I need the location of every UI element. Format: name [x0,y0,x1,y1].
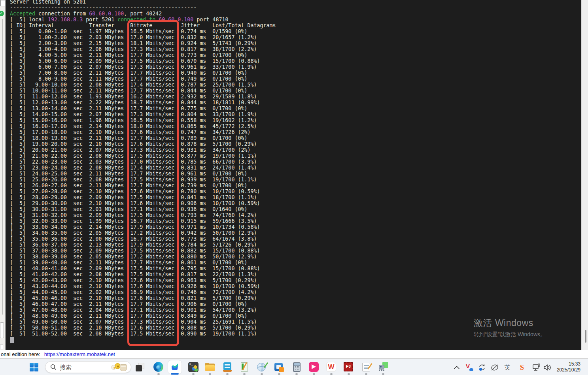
calculator-button[interactable] [291,362,302,372]
terminal-row: [ 5] 29.00-30.00 sec 2.10 MBytes 17.6 Mb… [10,200,276,206]
media-player-button[interactable] [309,362,319,372]
calculator-icon [294,366,300,371]
assistant-robot-button[interactable] [378,362,388,372]
clock-date: 2025/10/29 [552,367,580,373]
terminal-row: [ 5] 42.00-43.00 sec 2.10 MBytes 17.6 Mb… [10,277,276,283]
document-editor-button[interactable] [239,362,250,372]
terminal-row: [ 5] 47.00-48.00 sec 2.04 MBytes 17.1 Mb… [10,307,276,313]
terminal-row: [ 5] 1.00-2.00 sec 2.03 MBytes 17.0 Mbit… [10,34,276,40]
running-indicator [295,373,298,375]
notepad-blue-icon [223,370,232,372]
tray-ime-language-button[interactable]: 英 [503,363,512,372]
tray-network-button[interactable] [532,363,541,372]
running-indicator [278,373,280,375]
folder-icon [205,365,215,371]
terminal-row: [ 5] 10.00-11.00 sec 2.11 MBytes 17.7 Mb… [10,88,276,94]
globe-tool-button[interactable] [257,362,267,372]
mobaxterm-button[interactable]: >_ [188,362,199,372]
sogou-icon: S [520,364,524,372]
terminal-row: [ 5] 51.00-52.00 sec 2.08 MBytes 17.5 Mb… [10,331,276,337]
terminal-row: [ 5] 35.00-36.00 sec 2.00 MBytes 16.7 Mb… [10,236,276,242]
terminal-row: [ 5] 14.00-15.00 sec 2.07 MBytes 17.3 Mb… [10,111,276,117]
notepad-blue-icon [223,362,231,370]
mobaxterm-icon: >_ [189,362,193,366]
taskbar-clock[interactable]: 15:33 2025/10/29 [552,361,580,373]
terminal-row: [ 5] 17.00-18.00 sec 2.10 MBytes 17.6 Mb… [10,129,276,135]
explorer-running-indicator [209,373,211,375]
terminal-row: [ 5] 24.00-25.00 sec 2.11 MBytes 17.7 Mb… [10,171,276,177]
terminal-row: [ 5] 49.00-50.00 sec 2.07 MBytes 17.3 Mb… [10,319,276,325]
terminal-row: [ 5] 23.00-24.00 sec 2.08 MBytes 17.4 Mb… [10,165,276,171]
running-indicator [382,373,384,375]
terminal-row: [ 5] 4.00-5.00 sec 2.11 MBytes 17.7 Mbit… [10,52,276,58]
terminal-row: [ 5] 3.00-4.00 sec 2.06 MBytes 17.3 Mbit… [10,46,276,52]
terminal-row: [ 5] 25.00-26.00 sec 2.08 MBytes 17.5 Mb… [10,177,276,183]
terminal-row: [ 5] 36.00-37.00 sec 2.13 MBytes 17.9 Mb… [10,242,276,248]
terminal-line-listening: Server listening on 5201 [10,0,276,5]
task-view-icon [136,365,142,371]
terminal-row: [ 5] 18.00-19.00 sec 2.11 MBytes 17.7 Mb… [10,135,276,141]
edge-icon [153,362,163,372]
terminal-row: [ 5] 11.00-12.00 sec 1.93 MBytes 16.2 Mb… [10,94,276,100]
terminal-row: [ 5] 16.00-17.00 sec 2.14 MBytes 18.0 Mb… [10,123,276,129]
terminal-row: [ 5] 22.00-23.00 sec 2.03 MBytes 17.0 Mb… [10,159,276,165]
mobaxterm-link[interactable]: https://mobaxterm.mobatek.net [44,351,115,357]
tray-cloud-app-button[interactable] [465,363,474,372]
notepad-button[interactable] [361,362,371,372]
terminal-scrollbar[interactable] [581,0,588,350]
search-highlight-image[interactable] [111,362,128,373]
clock-time: 15:33 [552,361,580,367]
robot-icon [379,369,384,371]
start-button[interactable] [30,363,39,372]
sync-arrows-icon [478,364,486,371]
sidebar-top-box[interactable] [0,0,5,6]
running-indicator [330,373,333,375]
cloud-drive-button-active[interactable] [168,360,182,374]
terminal-row: [ 5] 20.00-21.00 sec 2.07 MBytes 17.3 Mb… [10,147,276,153]
terminal-row: [ 5] 9.00-10.00 sec 2.08 MBytes 17.4 Mbi… [10,82,276,88]
sidebar-bottom-box-small [0,345,3,349]
terminal-window[interactable]: Server listening on 5201----------------… [6,0,581,350]
terminal-line-accepted: Accepted connection from 60.60.0.100, po… [10,11,276,17]
tray-sogou-button[interactable]: S [518,363,526,372]
running-indicator [243,373,246,375]
taskbar-search-box[interactable] [45,361,131,373]
scrollbar-thumb[interactable] [585,330,586,343]
vmware-icon [279,367,284,372]
network-ethernet-icon [532,364,541,371]
terminal-row: [ 5] 40.00-41.00 sec 2.09 MBytes 17.5 Mb… [10,266,276,271]
edge-running-indicator [157,373,160,375]
start-logo-square [34,363,38,367]
terminal-row: [ 5] 31.00-32.00 sec 2.09 MBytes 17.5 Mb… [10,212,276,218]
vmware-button[interactable] [274,362,284,372]
file-explorer-button[interactable] [205,362,215,372]
tray-overflow-button[interactable] [452,363,461,372]
active-app-indicator [171,373,179,375]
terminal-row: [ 5] 0.00-1.00 sec 1.97 MBytes 16.5 Mbit… [10,28,276,34]
terminal-row: [ 5] 19.00-20.00 sec 2.10 MBytes 17.6 Mb… [10,141,276,147]
filezilla-button[interactable]: Fz [344,362,354,372]
speaker-icon [543,364,552,371]
search-icon [50,364,57,370]
tray-volume-button[interactable] [543,363,552,372]
wps-office-button[interactable]: W [326,362,337,372]
edge-browser-button[interactable] [153,362,164,372]
terminal-row: [ 5] 7.00-8.00 sec 2.11 MBytes 17.7 Mbit… [10,70,276,76]
tray-sync-button[interactable] [478,363,486,372]
sidebar-bottom-box[interactable] [0,322,4,338]
notepad-blue-button[interactable] [222,362,233,372]
terminal-row: [ 5] 6.00-7.00 sec 2.07 MBytes 17.3 Mbit… [10,64,276,70]
terminal-row: [ 5] 15.00-16.00 sec 1.96 MBytes 16.5 Mb… [10,117,276,123]
task-view-button[interactable] [135,362,145,372]
activate-windows-watermark: 激活 Windows 转到“设置”以激活 Windows。 [474,317,546,338]
terminal-cursor [10,337,14,343]
start-logo-square [30,363,34,367]
search-input[interactable] [60,364,103,371]
red-v-cloud-icon [465,364,473,371]
terminal-row: [ 5] 27.00-28.00 sec 2.10 MBytes 17.6 Mb… [10,188,276,194]
sidebar-divider [2,19,3,315]
running-indicator [348,373,350,375]
tray-mouse-disabled-button[interactable] [490,363,499,372]
terminal-row: [ 5] 38.00-39.00 sec 2.05 MBytes 17.2 Mb… [10,254,276,260]
terminal-row: [ 5] 45.00-46.00 sec 2.10 MBytes 17.6 Mb… [10,295,276,301]
